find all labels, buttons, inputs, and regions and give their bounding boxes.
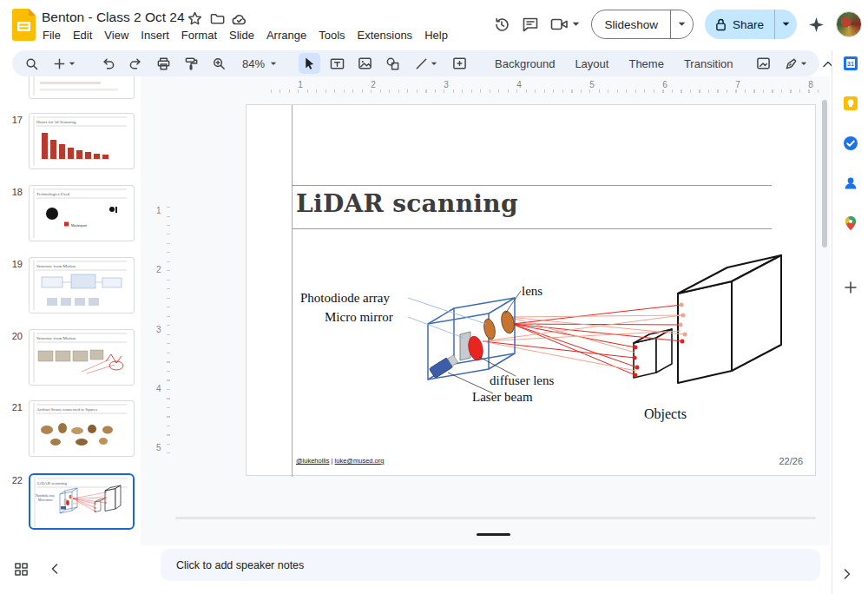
slideshow-dropdown[interactable] [670, 10, 693, 38]
slide-page-indicator: 22/26 [779, 456, 803, 466]
insert-line-tool[interactable] [410, 53, 443, 74]
menu-tools[interactable]: Tools [312, 27, 351, 43]
footer-email-link[interactable]: luke@mused.org [335, 457, 385, 465]
grid-view-icon[interactable] [14, 562, 29, 577]
background-button[interactable]: Background [488, 57, 562, 70]
menu-bar: File Edit View Insert Format Slide Arran… [36, 27, 454, 43]
svg-text:Micro mirror: Micro mirror [38, 498, 54, 502]
label-photodiode: Photodiode array [300, 291, 390, 305]
add-addon-icon[interactable] [843, 280, 858, 295]
main-toolbar: 84% Background Layout Theme Transition [12, 50, 819, 76]
google-slides-app: Benton - Class 2 Oct 24 File Edit View I… [0, 0, 868, 594]
svg-text:Artifact Scans connected to Sp: Artifact Scans connected to Spaces [36, 407, 97, 412]
undo-icon[interactable] [97, 53, 119, 74]
slide-number-22: 22 [3, 475, 23, 485]
menu-view[interactable]: View [98, 27, 135, 43]
line-tool-caret [431, 62, 437, 66]
menu-extensions[interactable]: Extensions [352, 27, 419, 43]
menu-slide[interactable]: Slide [223, 27, 260, 43]
contacts-icon[interactable] [843, 175, 858, 191]
calendar-icon[interactable]: 31 [843, 56, 858, 71]
redo-icon[interactable] [125, 53, 147, 74]
slide-thumbnail-17[interactable]: Hours for 3d Scanning [29, 113, 135, 169]
maps-icon[interactable] [843, 215, 858, 231]
meet-dropdown-caret [572, 22, 580, 27]
slide-footer[interactable]: @lukehollis | luke@mused.org [296, 457, 384, 465]
slide-thumbnail-22-selected[interactable]: LiDAR scanning Photodiode array Micro mi… [29, 473, 135, 530]
slide-thumbnail-20[interactable]: Structure from Motion [29, 329, 135, 386]
slide-number-17: 17 [3, 115, 23, 125]
pen-tool-caret [800, 62, 807, 66]
share-dropdown[interactable] [774, 10, 797, 39]
slideshow-button[interactable]: Slideshow [592, 10, 670, 38]
menu-edit[interactable]: Edit [67, 27, 98, 43]
expand-side-panel-icon[interactable] [843, 568, 858, 584]
vertical-scrollbar[interactable] [822, 100, 827, 248]
zoom-level-value: 84% [240, 57, 266, 70]
slide-number-21: 21 [3, 402, 23, 412]
title-top-rule [292, 185, 772, 186]
slide-thumbnail-21[interactable]: Artifact Scans connected to Spaces [29, 400, 135, 457]
move-folder-icon[interactable] [210, 12, 225, 25]
zoom-in-icon[interactable] [208, 53, 230, 74]
menu-file[interactable]: File [36, 27, 67, 43]
select-tool[interactable] [299, 53, 320, 74]
label-objects: Objects [644, 406, 687, 422]
slide-number-19: 19 [3, 259, 23, 269]
svg-text:Photodiode array: Photodiode array [36, 494, 55, 498]
textbox-icon[interactable] [326, 53, 348, 74]
label-micro-mirror: Micro mirror [325, 310, 393, 324]
svg-text:Structure from Motion: Structure from Motion [36, 264, 76, 268]
slide-thumbnail-18[interactable]: Technologies Used Matterport [29, 185, 135, 241]
cloud-status-icon[interactable] [232, 13, 247, 25]
comments-icon[interactable] [522, 16, 539, 33]
insert-placeholder-icon[interactable] [449, 53, 470, 74]
document-title[interactable]: Benton - Class 2 Oct 24 [42, 10, 185, 25]
insert-image-icon[interactable] [354, 53, 376, 74]
share-button-group: Share [705, 10, 797, 39]
print-icon[interactable] [153, 53, 174, 74]
label-laser: Laser beam [472, 390, 533, 404]
star-icon[interactable] [187, 11, 202, 26]
title-bottom-rule [292, 228, 772, 229]
horizontal-scrollbar[interactable] [175, 517, 816, 519]
svg-text:Technologies Used: Technologies Used [36, 192, 70, 196]
transition-button[interactable]: Transition [677, 57, 740, 70]
svg-text:LiDAR scanning: LiDAR scanning [37, 481, 68, 485]
slides-logo[interactable] [12, 9, 36, 41]
zoom-level-select[interactable]: 84% [236, 53, 281, 74]
collapse-filmstrip-icon[interactable] [50, 563, 59, 575]
meet-button[interactable] [550, 17, 580, 31]
mask-image-icon[interactable] [753, 53, 774, 74]
new-slide-caret [69, 62, 76, 66]
account-avatar[interactable] [836, 11, 862, 37]
insert-shape-icon[interactable] [382, 53, 404, 74]
layout-button[interactable]: Layout [568, 57, 615, 70]
slide-thumbnail-19[interactable]: Structure from Motion [29, 257, 135, 314]
slide-page[interactable]: LiDAR scanning [246, 104, 816, 476]
label-lens: lens [522, 284, 542, 298]
footer-handle-link[interactable]: @lukehollis [296, 457, 329, 465]
tasks-icon[interactable] [843, 135, 858, 151]
version-history-icon[interactable] [493, 16, 510, 33]
share-button[interactable]: Share [705, 10, 774, 39]
menu-help[interactable]: Help [418, 27, 454, 43]
keep-icon[interactable] [843, 96, 858, 111]
lidar-diagram[interactable]: Photodiode array Micro mirror lens diffu… [293, 237, 795, 432]
speaker-notes[interactable]: Click to add speaker notes [161, 549, 820, 581]
paint-format-icon[interactable] [181, 53, 202, 74]
pen-tool[interactable] [780, 53, 812, 74]
notes-resize-handle[interactable] [477, 533, 510, 536]
slide-thumbnail-16-partial[interactable] [29, 76, 135, 99]
menu-arrange[interactable]: Arrange [260, 27, 312, 43]
menu-insert[interactable]: Insert [135, 27, 175, 43]
gemini-sparkle-icon[interactable] [808, 16, 825, 33]
slide-title[interactable]: LiDAR scanning [296, 189, 518, 218]
menu-format[interactable]: Format [175, 27, 223, 43]
svg-text:Structure from Motion: Structure from Motion [36, 336, 76, 340]
slide-filmstrip: 17 Hours for 3d Scanning 18 [0, 76, 141, 547]
theme-button[interactable]: Theme [621, 57, 670, 70]
new-slide-button[interactable] [49, 53, 80, 74]
svg-text:Matterport: Matterport [71, 223, 88, 228]
search-menus-icon[interactable] [21, 53, 43, 74]
